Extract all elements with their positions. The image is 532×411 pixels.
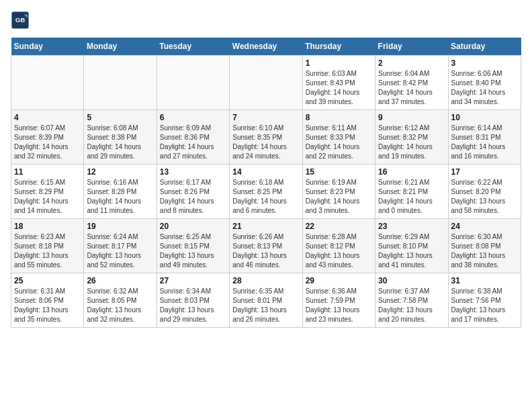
day-number: 14 (232, 167, 299, 177)
day-number: 25 (14, 276, 81, 285)
day-info: Sunrise: 6:29 AM Sunset: 8:10 PM Dayligh… (378, 232, 445, 270)
day-number: 20 (160, 222, 226, 231)
day-info: Sunrise: 6:38 AM Sunset: 7:56 PM Dayligh… (451, 287, 518, 324)
column-header-wednesday: Wednesday (230, 38, 302, 56)
day-number: 28 (232, 276, 299, 285)
day-number: 1 (306, 58, 372, 68)
calendar-day-26: 26Sunrise: 6:32 AM Sunset: 8:05 PM Dayli… (84, 273, 157, 328)
day-number: 13 (160, 167, 226, 177)
page-header: GB (11, 11, 521, 30)
calendar-header: SundayMondayTuesdayWednesdayThursdayFrid… (11, 38, 521, 56)
calendar-week-4: 18Sunrise: 6:23 AM Sunset: 8:18 PM Dayli… (11, 219, 521, 273)
day-info: Sunrise: 6:21 AM Sunset: 8:21 PM Dayligh… (378, 178, 445, 216)
day-number: 19 (87, 222, 153, 231)
calendar-day-4: 4Sunrise: 6:07 AM Sunset: 8:39 PM Daylig… (11, 110, 84, 165)
calendar-empty (84, 56, 157, 110)
day-info: Sunrise: 6:09 AM Sunset: 8:36 PM Dayligh… (160, 124, 226, 161)
day-info: Sunrise: 6:14 AM Sunset: 8:31 PM Dayligh… (451, 124, 518, 161)
day-number: 23 (378, 222, 445, 231)
calendar-day-18: 18Sunrise: 6:23 AM Sunset: 8:18 PM Dayli… (11, 219, 84, 273)
calendar-table: SundayMondayTuesdayWednesdayThursdayFrid… (11, 38, 521, 328)
day-info: Sunrise: 6:08 AM Sunset: 8:38 PM Dayligh… (87, 124, 153, 161)
day-number: 11 (14, 167, 81, 177)
day-info: Sunrise: 6:04 AM Sunset: 8:42 PM Dayligh… (378, 69, 445, 107)
calendar-day-29: 29Sunrise: 6:36 AM Sunset: 7:59 PM Dayli… (302, 273, 375, 328)
column-header-sunday: Sunday (11, 38, 84, 56)
calendar-day-12: 12Sunrise: 6:16 AM Sunset: 8:28 PM Dayli… (84, 165, 157, 219)
day-number: 10 (451, 113, 518, 122)
logo: GB (11, 11, 32, 30)
calendar-day-30: 30Sunrise: 6:37 AM Sunset: 7:58 PM Dayli… (375, 273, 448, 328)
calendar-day-20: 20Sunrise: 6:25 AM Sunset: 8:15 PM Dayli… (157, 219, 229, 273)
calendar-empty (11, 56, 84, 110)
day-info: Sunrise: 6:26 AM Sunset: 8:13 PM Dayligh… (232, 232, 299, 270)
day-number: 2 (378, 58, 445, 68)
calendar-day-5: 5Sunrise: 6:08 AM Sunset: 8:38 PM Daylig… (84, 110, 157, 165)
day-info: Sunrise: 6:18 AM Sunset: 8:25 PM Dayligh… (232, 178, 299, 216)
day-number: 26 (87, 276, 153, 285)
day-number: 27 (160, 276, 226, 285)
day-number: 5 (87, 113, 153, 122)
calendar-day-9: 9Sunrise: 6:12 AM Sunset: 8:32 PM Daylig… (375, 110, 448, 165)
day-number: 3 (451, 58, 518, 68)
svg-text:GB: GB (15, 16, 26, 24)
column-header-thursday: Thursday (302, 38, 375, 56)
calendar-day-19: 19Sunrise: 6:24 AM Sunset: 8:17 PM Dayli… (84, 219, 157, 273)
day-info: Sunrise: 6:19 AM Sunset: 8:23 PM Dayligh… (306, 178, 372, 216)
calendar-day-6: 6Sunrise: 6:09 AM Sunset: 8:36 PM Daylig… (157, 110, 229, 165)
calendar-week-2: 4Sunrise: 6:07 AM Sunset: 8:39 PM Daylig… (11, 110, 521, 165)
calendar-week-5: 25Sunrise: 6:31 AM Sunset: 8:06 PM Dayli… (11, 273, 521, 328)
day-info: Sunrise: 6:24 AM Sunset: 8:17 PM Dayligh… (87, 232, 153, 270)
calendar-day-27: 27Sunrise: 6:34 AM Sunset: 8:03 PM Dayli… (157, 273, 229, 328)
day-number: 31 (451, 276, 518, 285)
day-info: Sunrise: 6:12 AM Sunset: 8:32 PM Dayligh… (378, 124, 445, 161)
calendar-day-14: 14Sunrise: 6:18 AM Sunset: 8:25 PM Dayli… (230, 165, 302, 219)
day-number: 22 (306, 222, 372, 231)
calendar-day-13: 13Sunrise: 6:17 AM Sunset: 8:26 PM Dayli… (157, 165, 229, 219)
day-info: Sunrise: 6:07 AM Sunset: 8:39 PM Dayligh… (14, 124, 81, 161)
day-info: Sunrise: 6:35 AM Sunset: 8:01 PM Dayligh… (232, 287, 299, 324)
column-header-friday: Friday (375, 38, 448, 56)
column-header-monday: Monday (84, 38, 157, 56)
calendar-day-3: 3Sunrise: 6:06 AM Sunset: 8:40 PM Daylig… (448, 56, 521, 110)
day-number: 4 (14, 113, 81, 122)
day-number: 8 (306, 113, 372, 122)
calendar-day-23: 23Sunrise: 6:29 AM Sunset: 8:10 PM Dayli… (375, 219, 448, 273)
column-header-tuesday: Tuesday (157, 38, 229, 56)
day-number: 30 (378, 276, 445, 285)
calendar-day-25: 25Sunrise: 6:31 AM Sunset: 8:06 PM Dayli… (11, 273, 84, 328)
calendar-day-22: 22Sunrise: 6:28 AM Sunset: 8:12 PM Dayli… (302, 219, 375, 273)
day-number: 18 (14, 222, 81, 231)
calendar-day-31: 31Sunrise: 6:38 AM Sunset: 7:56 PM Dayli… (448, 273, 521, 328)
calendar-day-24: 24Sunrise: 6:30 AM Sunset: 8:08 PM Dayli… (448, 219, 521, 273)
day-number: 9 (378, 113, 445, 122)
day-info: Sunrise: 6:22 AM Sunset: 8:20 PM Dayligh… (451, 178, 518, 216)
calendar-day-21: 21Sunrise: 6:26 AM Sunset: 8:13 PM Dayli… (230, 219, 302, 273)
day-info: Sunrise: 6:34 AM Sunset: 8:03 PM Dayligh… (160, 287, 226, 324)
calendar-day-7: 7Sunrise: 6:10 AM Sunset: 8:35 PM Daylig… (230, 110, 302, 165)
day-number: 24 (451, 222, 518, 231)
column-header-saturday: Saturday (448, 38, 521, 56)
calendar-day-15: 15Sunrise: 6:19 AM Sunset: 8:23 PM Dayli… (302, 165, 375, 219)
day-number: 29 (306, 276, 372, 285)
day-info: Sunrise: 6:23 AM Sunset: 8:18 PM Dayligh… (14, 232, 81, 270)
calendar-day-28: 28Sunrise: 6:35 AM Sunset: 8:01 PM Dayli… (230, 273, 302, 328)
day-info: Sunrise: 6:17 AM Sunset: 8:26 PM Dayligh… (160, 178, 226, 216)
calendar-day-10: 10Sunrise: 6:14 AM Sunset: 8:31 PM Dayli… (448, 110, 521, 165)
logo-icon: GB (11, 11, 30, 30)
day-number: 16 (378, 167, 445, 177)
day-info: Sunrise: 6:30 AM Sunset: 8:08 PM Dayligh… (451, 232, 518, 270)
calendar-body: 1Sunrise: 6:03 AM Sunset: 8:43 PM Daylig… (11, 56, 521, 328)
day-info: Sunrise: 6:37 AM Sunset: 7:58 PM Dayligh… (378, 287, 445, 324)
day-number: 7 (232, 113, 299, 122)
day-number: 12 (87, 167, 153, 177)
day-info: Sunrise: 6:31 AM Sunset: 8:06 PM Dayligh… (14, 287, 81, 324)
day-number: 6 (160, 113, 226, 122)
day-info: Sunrise: 6:06 AM Sunset: 8:40 PM Dayligh… (451, 69, 518, 107)
calendar-day-17: 17Sunrise: 6:22 AM Sunset: 8:20 PM Dayli… (448, 165, 521, 219)
calendar-day-11: 11Sunrise: 6:15 AM Sunset: 8:29 PM Dayli… (11, 165, 84, 219)
day-info: Sunrise: 6:28 AM Sunset: 8:12 PM Dayligh… (306, 232, 372, 270)
calendar-day-1: 1Sunrise: 6:03 AM Sunset: 8:43 PM Daylig… (302, 56, 375, 110)
calendar-week-3: 11Sunrise: 6:15 AM Sunset: 8:29 PM Dayli… (11, 165, 521, 219)
day-info: Sunrise: 6:36 AM Sunset: 7:59 PM Dayligh… (306, 287, 372, 324)
